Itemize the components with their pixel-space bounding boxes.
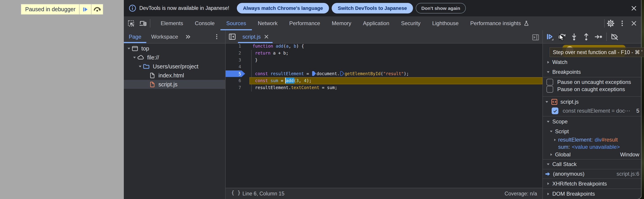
close-icon[interactable] [263, 34, 270, 40]
toggle-sidebar-button[interactable] [532, 33, 540, 41]
tree-expander[interactable] [126, 47, 131, 50]
tree-item-top[interactable]: top [124, 44, 228, 53]
tree-item-file-protocol[interactable]: file:// [124, 53, 233, 62]
code-line-3[interactable]: } [255, 56, 258, 63]
checkbox-unchecked[interactable] [546, 86, 553, 93]
tree-item-project-folder[interactable]: Users/user/project [124, 62, 239, 71]
toolbar-tab-sources[interactable]: Sources [220, 16, 252, 30]
editor-status-bar: { } Line 6, Column 15 Coverage: n/a [226, 188, 542, 199]
file-icon-js [149, 81, 156, 88]
inline-step-marker-solid-icon[interactable] [312, 71, 316, 76]
code-token: getElementById [345, 71, 381, 76]
section-expander[interactable] [543, 100, 550, 104]
expanded-triangle-icon [550, 130, 553, 133]
code-line-6[interactable]: const sum = add(3, 4); [255, 77, 312, 84]
watch-section-header[interactable]: Watch [543, 57, 641, 67]
breakpoint-condition-label: const resultElement = doc⋯ [563, 108, 630, 114]
overlay-resume-button[interactable] [79, 4, 91, 14]
settings-button[interactable] [605, 17, 616, 29]
toolbar-tab-performance-insights[interactable]: Performance insights [464, 16, 536, 30]
toolbar-tab-label: Network [258, 20, 278, 26]
toolbar-tab-memory[interactable]: Memory [326, 16, 357, 30]
section-expander[interactable] [544, 182, 552, 186]
checkbox-checked[interactable] [552, 107, 558, 114]
code-area[interactable]: function add(a, b) {return a + b;}const … [226, 43, 542, 188]
devtools-window: DevTools is now available in Japanese! A… [124, 0, 642, 199]
step-over-tooltip: Step over next function call - F10 - ⌘ ' [550, 47, 644, 57]
more-tabs-button[interactable] [184, 30, 191, 43]
navigator-tab-workspace[interactable]: Workspace [146, 30, 183, 43]
deactivate-breakpoints-button[interactable] [608, 31, 621, 43]
toolbar-tab-network[interactable]: Network [252, 16, 283, 30]
toolbar-tab-console[interactable]: Console [189, 16, 220, 30]
resume-button[interactable] [544, 31, 556, 43]
devtools-close-button[interactable] [628, 17, 640, 29]
code-line-5[interactable]: const resultElement = document.getElemen… [255, 70, 409, 77]
var-expander[interactable] [553, 138, 558, 142]
dont-show-again-button[interactable]: Don't show again [416, 3, 466, 13]
xhr-breakpoints-section-header[interactable]: XHR/fetch Breakpoints [543, 179, 641, 189]
inline-step-marker-outline-icon[interactable] [340, 71, 344, 76]
tree-expander[interactable] [138, 65, 142, 68]
file-icon-svg [149, 72, 156, 79]
toolbar-content-divider [124, 43, 641, 43]
breakpoint-entry-row[interactable]: const resultElement = doc⋯ 5 [543, 107, 641, 115]
source-editor[interactable]: 5 123467 function add(a, b) {return a + … [226, 43, 542, 188]
navigator-editor-divider[interactable] [225, 30, 226, 199]
toolbar-tab-performance[interactable]: Performance [283, 16, 326, 30]
infobar-close-icon[interactable] [630, 5, 638, 12]
call-stack-section-header[interactable]: Call Stack [543, 160, 641, 169]
section-expander[interactable] [544, 120, 552, 124]
step-into-button[interactable] [568, 31, 580, 43]
scope-global-row[interactable]: Global Window [543, 151, 641, 158]
dom-breakpoints-section-header[interactable]: DOM Breakpoints [543, 189, 641, 199]
toolbar-tab-application[interactable]: Application [357, 16, 395, 30]
section-expander[interactable] [548, 153, 555, 156]
section-divider [543, 116, 641, 116]
inspect-element-button[interactable] [125, 17, 137, 29]
frame-location: script.js:6 [616, 171, 639, 177]
section-expander[interactable] [544, 70, 552, 74]
switch-devtools-japanese-button[interactable]: Switch DevTools to Japanese [332, 3, 413, 13]
expanded-triangle-icon [546, 163, 550, 166]
breakpoint-file-group-row[interactable]: script.js [543, 97, 641, 107]
scope-section-header[interactable]: Scope [543, 117, 641, 127]
editor-sidebar-divider[interactable] [542, 30, 543, 199]
navigator-menu-button[interactable] [213, 33, 220, 40]
tree-expander[interactable] [132, 56, 137, 59]
curly-braces-icon[interactable]: { } [231, 190, 241, 196]
toolbar-tab-elements[interactable]: Elements [155, 16, 189, 30]
pause-uncaught-exceptions-row[interactable]: Pause on uncaught exceptions [543, 78, 641, 86]
toolbar-tab-security[interactable]: Security [395, 16, 426, 30]
scope-var-resultelement[interactable]: resultElement : div #result [543, 136, 641, 144]
editor-tab-scriptjs[interactable]: script.js [238, 30, 272, 43]
navigator-tab-page[interactable]: Page [124, 30, 146, 43]
toolbar-tab-lighthouse[interactable]: Lighthouse [426, 16, 464, 30]
coverage-label: Coverage: n/a [505, 191, 537, 197]
section-expander[interactable] [544, 60, 552, 64]
code-token: b [294, 43, 296, 48]
code-line-2[interactable]: return a + b; [255, 50, 288, 56]
toggle-device-toolbar-button[interactable] [137, 17, 148, 29]
breakpoints-section-header[interactable]: Breakpoints [543, 67, 641, 77]
section-expander[interactable] [548, 130, 555, 133]
code-line-7[interactable]: resultElement.textContent = sum; [255, 84, 337, 91]
call-stack-frame-row[interactable]: (anonymous) script.js:6 [543, 169, 641, 178]
section-expander[interactable] [544, 163, 552, 166]
collapsed-triangle-icon [546, 192, 550, 196]
overlay-step-over-button[interactable] [91, 4, 103, 14]
checkbox-unchecked[interactable] [546, 79, 553, 85]
section-expander[interactable] [544, 192, 552, 196]
toggle-navigator-button[interactable] [226, 31, 238, 43]
always-match-language-button[interactable]: Always match Chrome's language [237, 3, 329, 13]
code-line-1[interactable]: function add(a, b) { [252, 43, 304, 50]
step-out-button[interactable] [580, 31, 592, 43]
step-into-icon [570, 32, 578, 41]
toolbar-separator [150, 19, 150, 28]
step-button[interactable] [592, 31, 604, 43]
pause-caught-exceptions-row[interactable]: Pause on caught exceptions [543, 86, 641, 93]
scope-var-sum[interactable]: sum : <value unavailable> [543, 143, 641, 151]
close-icon [630, 19, 638, 27]
scope-script-row[interactable]: Script [543, 128, 641, 135]
devtools-menu-button[interactable] [616, 17, 628, 29]
